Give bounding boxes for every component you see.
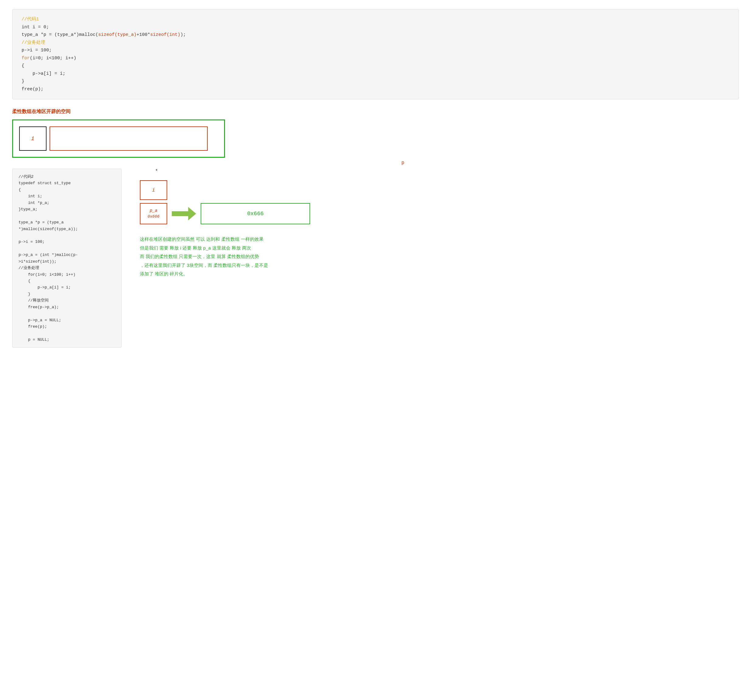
diagram-2-area: * i p_a 0x666 0x666	[140, 169, 739, 348]
code2-line-10: p->i = 100;	[19, 239, 45, 244]
code-line-6: for(i=0; i<100; i++)	[22, 56, 76, 61]
svg-marker-0	[172, 207, 196, 220]
heap-diagram-1: i	[12, 119, 225, 158]
box-i: i	[19, 126, 46, 151]
code-line-2: int i = 0;	[22, 25, 49, 30]
code2-comment-3: //释放空间	[19, 298, 49, 303]
code2-line-3: {	[19, 188, 21, 192]
code2-line-4: int i;	[19, 194, 42, 199]
code-block-2: //代码2 typedef struct st_type { int i; in…	[12, 169, 122, 348]
code2-line-14: for(i=0; i<100; i++)	[19, 272, 76, 277]
code2-line-21: p->p_a = NULL;	[19, 318, 61, 322]
code-line-8: p->a[i] = i;	[22, 71, 65, 76]
code-line-7: {	[22, 63, 24, 68]
box-array-area	[49, 126, 208, 151]
code2-comment-2: //业务处理	[19, 266, 39, 270]
pa-label-2: 0x666	[147, 214, 159, 219]
code2-line-24: p = NULL;	[19, 338, 49, 342]
code-line-10: free(p);	[22, 86, 43, 92]
code-comment-1: //代码1	[22, 17, 39, 22]
desc-line-5: 添加了 堆区的 碎片化。	[140, 270, 739, 278]
code2-line-12: p->p_a = (int *)malloc(p->i*sizeof(int))…	[19, 253, 78, 264]
code2-comment-1: //代码2	[19, 174, 34, 179]
arrow-icon	[172, 207, 196, 220]
code2-line-19: free(p->p_a);	[19, 305, 59, 310]
code2-line-15: {	[19, 279, 30, 283]
box-green-wide: 0x666	[201, 203, 310, 224]
box-pa-row: p_a 0x666 0x666	[140, 203, 739, 224]
code2-line-5: int *p_a;	[19, 200, 49, 205]
desc-line-3: 而 我们的柔性数组 只需要一次，这里 就算 柔性数组的优势	[140, 252, 739, 261]
code2-line-17: }	[19, 292, 30, 296]
bottom-section: //代码2 typedef struct st_type { int i; in…	[12, 169, 739, 348]
box-i-label: i	[31, 136, 35, 142]
code-line-5: p->i = 100;	[22, 48, 52, 53]
desc-line-1: 这样在堆区创建的空间虽然 可以 达到和 柔性数组 一样的效果	[140, 235, 739, 244]
struct-boxes: i p_a 0x666 0x666	[140, 180, 739, 224]
desc-line-4: ，还有这里我们开辟了 3块空间，而 柔性数组只有一块，是不是	[140, 261, 739, 270]
p-label: p	[67, 160, 739, 166]
box-i-2-label: i	[152, 188, 155, 193]
desc-line-2: 但是我们 需要 释放 i 还要 释放 p_a 这里就会 释放 两次	[140, 244, 739, 253]
asterisk-label: *	[140, 169, 739, 174]
code-line-9: }	[22, 79, 24, 84]
desc-text: 这样在堆区创建的空间虽然 可以 达到和 柔性数组 一样的效果 但是我们 需要 释…	[140, 235, 739, 278]
box-pa: p_a 0x666	[140, 203, 167, 224]
box-i-2: i	[140, 180, 167, 200]
code-comment-2: //业务处理	[22, 40, 45, 45]
code2-line-6: }type_a;	[19, 207, 37, 211]
code2-line-22: free(p);	[19, 324, 47, 329]
arrow-right	[172, 207, 196, 220]
pa-label-1: p_a	[150, 208, 157, 214]
code-block-1: //代码1 int i = 0; type_a *p = (type_a*)ma…	[12, 9, 739, 99]
code-line-3: type_a *p = (type_a*)malloc(sizeof(type_…	[22, 32, 186, 37]
code2-line-8: type_a *p = (type_a *)malloc(sizeof(type…	[19, 220, 78, 231]
code2-line-2: typedef struct st_type	[19, 181, 71, 185]
green-box-label: 0x666	[247, 211, 264, 217]
code2-line-16: p->p_a[i] = i;	[19, 285, 71, 290]
section-title-1: 柔性数组在堆区开辟的空间	[12, 108, 739, 115]
